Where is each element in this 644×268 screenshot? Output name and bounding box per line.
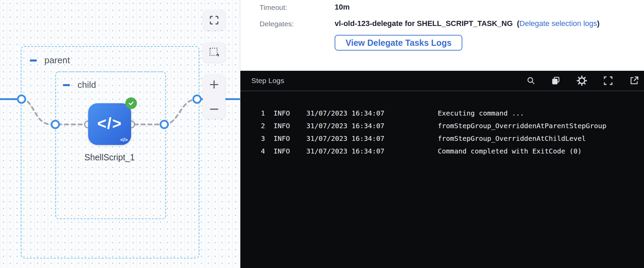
copy-icon[interactable] <box>551 76 561 85</box>
log-lines: 1 INFO 31/07/2023 16:34:07 Executing com… <box>240 91 644 158</box>
step-details-panel: Timeout: 10m Delegates: vl-old-123-deleg… <box>240 0 644 71</box>
log-level: INFO <box>265 107 306 120</box>
collapse-icon[interactable] <box>30 59 37 62</box>
log-timestamp: 31/07/2023 16:34:07 <box>306 132 438 145</box>
shell-script-type-icon: </> <box>120 137 128 143</box>
log-timestamp: 31/07/2023 16:34:07 <box>306 107 438 120</box>
fullscreen-icon[interactable] <box>603 76 613 86</box>
delegate-selection-logs-link[interactable]: Delegate selection logs <box>519 19 597 28</box>
canvas-zoom-panel: + − <box>203 74 225 119</box>
shell-script-step-node[interactable]: </> </> <box>88 103 131 145</box>
delegates-value-row: vl-old-123-delegate for SHELL_SCRIPT_TAS… <box>335 19 600 28</box>
step-name-label: ShellScript_1 <box>72 152 147 162</box>
child-group-label: child <box>78 80 96 90</box>
child-group-header: child <box>63 80 96 90</box>
parent-group-label: parent <box>44 55 70 66</box>
delegates-value: vl-old-123-delegate for SHELL_SCRIPT_TAS… <box>335 19 513 28</box>
log-line-number: 1 <box>240 107 265 120</box>
paren-close: ) <box>597 19 600 28</box>
settings-icon[interactable] <box>576 75 587 86</box>
log-timestamp: 31/07/2023 16:34:07 <box>306 145 438 158</box>
open-in-new-icon[interactable] <box>629 76 639 86</box>
pipeline-execution-view: parent child </> </> <box>0 0 644 268</box>
log-line-number: 3 <box>240 132 265 145</box>
code-icon: </> <box>97 114 122 133</box>
log-message: fromStepGroup_OverriddenAtParentStepGrou… <box>438 120 644 132</box>
log-level: INFO <box>265 132 306 145</box>
view-delegate-tasks-logs-button[interactable]: View Delegate Tasks Logs <box>335 35 462 51</box>
marquee-select-icon <box>209 47 220 58</box>
log-line: 4 INFO 31/07/2023 16:34:07 Command compl… <box>240 145 644 158</box>
step-logs-toolbar <box>527 75 641 86</box>
log-message: Executing command ... <box>438 107 644 120</box>
paren-open: ( <box>517 19 519 28</box>
log-line: 1 INFO 31/07/2023 16:34:07 Executing com… <box>240 107 644 120</box>
log-line-number: 2 <box>240 120 265 132</box>
step-logs-header: Step Logs <box>240 71 644 91</box>
log-level: INFO <box>265 145 306 158</box>
parent-group-header: parent <box>30 55 70 66</box>
success-check-icon <box>125 97 137 109</box>
pipeline-canvas[interactable]: parent child </> </> <box>0 0 240 268</box>
search-icon[interactable] <box>527 76 535 85</box>
canvas-marquee-select-button[interactable] <box>203 42 225 63</box>
log-message: Command completed with ExitCode (0) <box>438 145 644 158</box>
log-level: INFO <box>265 120 306 132</box>
zoom-out-button[interactable]: − <box>209 102 220 115</box>
step-logs-console: Step Logs <box>240 71 644 268</box>
zoom-in-button[interactable]: + <box>209 78 220 91</box>
timeout-value: 10m <box>335 3 350 12</box>
fullscreen-icon <box>209 15 219 25</box>
log-timestamp: 31/07/2023 16:34:07 <box>306 120 438 132</box>
delegates-label: Delegates: <box>260 20 294 28</box>
log-line: 2 INFO 31/07/2023 16:34:07 fromStepGroup… <box>240 120 644 132</box>
collapse-icon[interactable] <box>63 84 70 86</box>
canvas-fullscreen-button[interactable] <box>203 10 225 30</box>
log-message: fromStepGroup_OverriddenAtChildLevel <box>438 132 644 145</box>
log-line-number: 4 <box>240 145 265 158</box>
timeout-label: Timeout: <box>260 3 287 12</box>
step-group-child[interactable]: child <box>55 71 166 219</box>
log-line: 3 INFO 31/07/2023 16:34:07 fromStepGroup… <box>240 132 644 145</box>
step-logs-title: Step Logs <box>251 77 284 85</box>
